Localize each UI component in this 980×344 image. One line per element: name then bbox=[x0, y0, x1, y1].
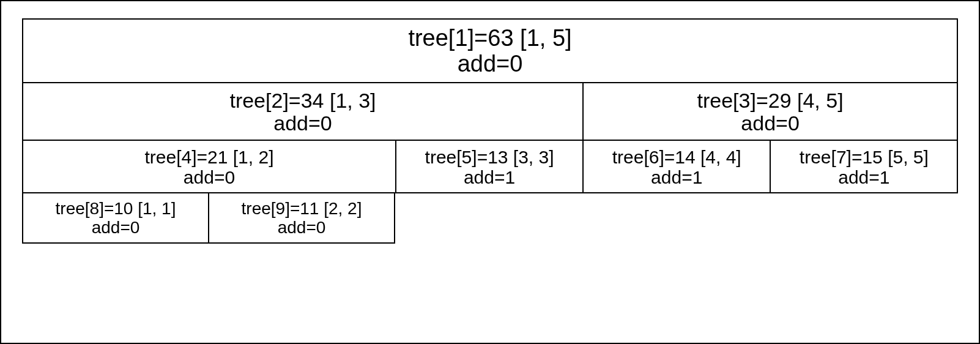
tree-node-9: tree[9]=11 [2, 2] add=0 bbox=[208, 192, 395, 244]
tree-node-title: tree[2]=34 [1, 3] bbox=[229, 89, 376, 112]
tree-node-sub: add=0 bbox=[92, 219, 140, 237]
tree-node-sub: add=0 bbox=[278, 219, 326, 237]
tree-node-sub: add=0 bbox=[184, 167, 235, 187]
diagram-frame: tree[1]=63 [1, 5] add=0 tree[2]=34 [1, 3… bbox=[0, 0, 980, 344]
tree-node-6: tree[6]=14 [4, 4] add=1 bbox=[582, 140, 771, 193]
tree-node-sub: add=0 bbox=[273, 112, 332, 135]
tree-node-title: tree[8]=10 [1, 1] bbox=[56, 200, 176, 219]
tree-node-title: tree[1]=63 [1, 5] bbox=[408, 26, 571, 51]
tree-row-0: tree[1]=63 [1, 5] add=0 bbox=[22, 18, 958, 83]
tree-row-2: tree[4]=21 [1, 2] add=0 tree[5]=13 [3, 3… bbox=[22, 141, 958, 193]
tree-node-3: tree[3]=29 [4, 5] add=0 bbox=[582, 82, 958, 141]
tree-node-title: tree[5]=13 [3, 3] bbox=[425, 147, 554, 167]
tree-node-2: tree[2]=34 [1, 3] add=0 bbox=[22, 82, 584, 141]
tree-node-title: tree[9]=11 [2, 2] bbox=[242, 200, 362, 219]
tree-node-4-children: tree[8]=10 [1, 1] add=0 tree[9]=11 [2, 2… bbox=[22, 193, 396, 244]
tree-node-sub: add=1 bbox=[651, 167, 702, 187]
tree-node-sub: add=0 bbox=[458, 51, 523, 77]
tree-node-title: tree[3]=29 [4, 5] bbox=[697, 89, 844, 112]
tree-node-title: tree[4]=21 [1, 2] bbox=[145, 147, 274, 167]
tree-node-sub: add=1 bbox=[838, 167, 889, 187]
tree-node-1: tree[1]=63 [1, 5] add=0 bbox=[22, 18, 958, 83]
tree-node-title: tree[7]=15 [5, 5] bbox=[800, 147, 929, 167]
tree-row-1: tree[2]=34 [1, 3] add=0 tree[3]=29 [4, 5… bbox=[22, 83, 958, 141]
segment-tree: tree[1]=63 [1, 5] add=0 tree[2]=34 [1, 3… bbox=[22, 18, 958, 244]
tree-node-title: tree[6]=14 [4, 4] bbox=[612, 147, 741, 167]
tree-node-7: tree[7]=15 [5, 5] add=1 bbox=[770, 140, 958, 193]
tree-node-4: tree[4]=21 [1, 2] add=0 bbox=[22, 140, 396, 193]
tree-node-sub: add=1 bbox=[464, 167, 515, 187]
tree-node-sub: add=0 bbox=[741, 112, 800, 135]
tree-row-3: tree[8]=10 [1, 1] add=0 tree[9]=11 [2, 2… bbox=[22, 193, 958, 244]
tree-node-8: tree[8]=10 [1, 1] add=0 bbox=[22, 192, 209, 244]
tree-node-5: tree[5]=13 [3, 3] add=1 bbox=[395, 140, 584, 193]
